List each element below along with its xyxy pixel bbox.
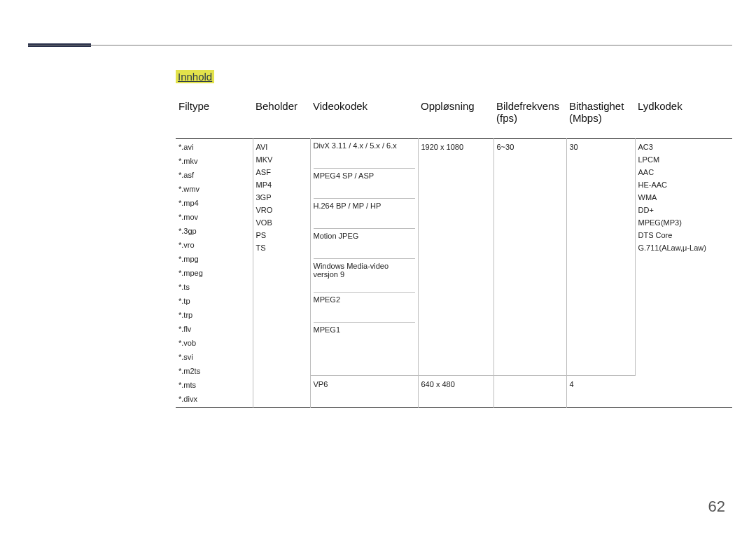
page: Innhold Filtype Beholder Videokodek Oppl…	[0, 0, 756, 534]
list-item: *.mkv	[178, 157, 250, 165]
page-number: 62	[708, 498, 725, 516]
contents-link[interactable]: Innhold	[176, 70, 214, 83]
list-item: PS	[256, 231, 307, 239]
list-item: MPEG1	[314, 323, 415, 353]
list-item: *.mov	[178, 213, 250, 221]
list-item: *.mp4	[178, 199, 250, 207]
list-item: VRO	[256, 206, 307, 214]
list-item: *.mts	[178, 381, 250, 389]
list-item: Motion JPEG	[314, 229, 415, 259]
list-item: LPCM	[638, 155, 730, 164]
list-item: *.tp	[178, 297, 250, 305]
cell-videokodek-vp6: VP6	[310, 376, 418, 408]
list-item: *.svi	[178, 353, 250, 361]
list-item: VOB	[256, 218, 307, 227]
codec-table: Filtype Beholder Videokodek Oppløsning B…	[176, 96, 732, 408]
list-item: *.mpg	[178, 255, 250, 263]
cell-mbps: 30	[566, 139, 635, 376]
list-item: MP4	[256, 181, 307, 189]
list-item: ASF	[256, 168, 307, 176]
cell-opplosning: 1920 x 1080	[418, 139, 493, 376]
col-bithastighet: Bithastighet (Mbps)	[566, 96, 635, 139]
filtype-list: *.avi *.mkv *.asf *.wmv *.mp4 *.mov *.3g…	[178, 143, 250, 403]
list-item: *.3gp	[178, 227, 250, 235]
col-filtype: Filtype	[176, 96, 253, 139]
list-item: DivX 3.11 / 4.x / 5.x / 6.x	[314, 139, 415, 169]
list-item: *.ts	[178, 283, 250, 291]
list-item: HE-AAC	[638, 181, 730, 189]
list-item: *.wmv	[178, 185, 250, 193]
list-item: TS	[256, 244, 307, 252]
list-item: 3GP	[256, 193, 307, 202]
list-item: *.mpeg	[178, 269, 250, 277]
col-videokodek: Videokodek	[310, 96, 418, 139]
list-item: Windows Media-video versjon 9	[314, 259, 415, 293]
list-item: AC3	[638, 143, 730, 151]
col-beholder: Beholder	[253, 96, 310, 139]
list-item: MPEG2	[314, 293, 415, 323]
list-item: WMA	[638, 193, 730, 202]
list-item: MPEG4 SP / ASP	[314, 169, 415, 199]
list-item: H.264 BP / MP / HP	[314, 199, 415, 229]
beholder-list: AVI MKV ASF MP4 3GP VRO VOB PS TS	[256, 143, 307, 252]
list-item: *.vob	[178, 339, 250, 347]
list-item: *.vro	[178, 241, 250, 249]
cell-fps: 6~30	[493, 139, 566, 376]
codec-table-container: Filtype Beholder Videokodek Oppløsning B…	[176, 96, 732, 408]
list-item: MPEG(MP3)	[638, 218, 730, 227]
col-bildefrekvens: Bildefrekvens (fps)	[493, 96, 566, 139]
list-item: *.trp	[178, 311, 250, 319]
cell-fps	[493, 376, 566, 408]
cell-opplosning: 640 x 480	[418, 376, 493, 408]
cell-mbps: 4	[566, 376, 635, 408]
list-item: AVI	[256, 143, 307, 151]
list-item: DD+	[638, 206, 730, 214]
list-item: DTS Core	[638, 231, 730, 239]
videokodek-list: DivX 3.11 / 4.x / 5.x / 6.x MPEG4 SP / A…	[314, 139, 415, 353]
list-item: AAC	[638, 168, 730, 176]
list-item: *.divx	[178, 395, 250, 403]
list-item: *.flv	[178, 325, 250, 333]
col-lydkodek: Lydkodek	[635, 96, 732, 139]
list-item: *.m2ts	[178, 367, 250, 375]
header-rule	[28, 45, 732, 45]
table-row: *.avi *.mkv *.asf *.wmv *.mp4 *.mov *.3g…	[176, 139, 732, 376]
list-item: *.avi	[178, 143, 250, 151]
lydkodek-list: AC3 LPCM AAC HE-AAC WMA DD+ MPEG(MP3) DT…	[638, 143, 730, 252]
list-item: MKV	[256, 155, 307, 164]
table-header-row: Filtype Beholder Videokodek Oppløsning B…	[176, 96, 732, 139]
list-item: *.asf	[178, 171, 250, 179]
list-item: G.711(ALaw,μ-Law)	[638, 244, 730, 252]
col-opplosning: Oppløsning	[418, 96, 493, 139]
